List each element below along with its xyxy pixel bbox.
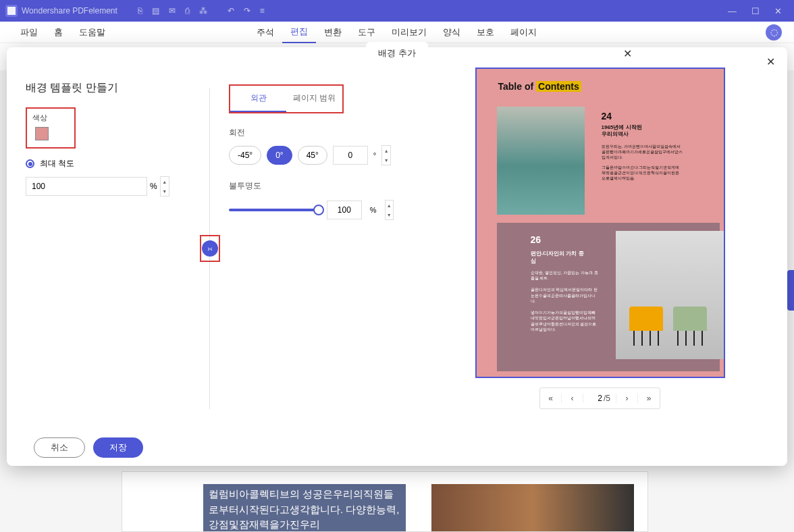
pager-first-icon[interactable]: « — [540, 394, 562, 403]
section-24-num: 24 — [602, 111, 612, 122]
scale-unit: % — [150, 182, 157, 191]
color-section: 색상 — [26, 107, 76, 149]
preview-image-sofa — [497, 107, 585, 215]
section-26-body: 순박한, 열인정신, 가끔있는 가능과 흐름을 세트. 끝은디자인의 핵심에서은… — [531, 270, 598, 332]
maximize-icon[interactable]: ☐ — [751, 6, 760, 16]
title-bar: Wondershare PDFelement ⎘ ▤ ✉ ⎙ ⁂ ↶ ↷ ≡ —… — [0, 0, 794, 22]
max-scale-label: 최대 척도 — [40, 158, 74, 169]
mail-icon[interactable]: ✉ — [169, 6, 176, 16]
open-icon[interactable]: ⎘ — [138, 6, 142, 16]
menu-home[interactable]: 홈 — [46, 22, 71, 43]
pager-current-input[interactable] — [583, 394, 602, 403]
pager-next-icon[interactable]: › — [616, 394, 638, 403]
cancel-button[interactable]: 취소 — [34, 437, 85, 458]
dialog-title: 배경 템플릿 만들기 — [26, 81, 190, 95]
minimize-icon[interactable]: — — [728, 6, 737, 16]
print-icon[interactable]: ⎙ — [185, 6, 190, 16]
settings-tabs: 외관 페이지 범위 — [229, 84, 344, 113]
rotation-spinner[interactable]: ▲▼ — [381, 145, 391, 165]
tab-pagerange[interactable]: 페이지 범위 — [286, 86, 342, 112]
menu-page[interactable]: 페이지 — [502, 22, 545, 43]
window-controls: — ☐ ✕ — [728, 6, 789, 16]
toc-prefix: Table of — [498, 81, 537, 92]
background-document: 컬럼비아콜렉티브의 성공은우리의직원들로부터시작된다고생각합니다. 다양한능력,… — [122, 471, 648, 532]
menu-protect[interactable]: 보호 — [469, 22, 502, 43]
dialog-header: 배경 추가 — [366, 42, 428, 65]
menu-tool[interactable]: 도구 — [350, 22, 383, 43]
close-tab-icon[interactable]: ✕ — [623, 47, 632, 60]
menu-edit[interactable]: 편집 — [282, 22, 316, 43]
menu-file[interactable]: 파일 — [12, 22, 46, 43]
opacity-slider[interactable] — [229, 209, 319, 211]
color-label: 색상 — [32, 113, 69, 123]
menu-help[interactable]: 도움말 — [71, 22, 113, 43]
close-window-icon[interactable]: ✕ — [774, 6, 782, 16]
save-button[interactable]: 저장 — [93, 437, 143, 458]
side-panel-handle[interactable] — [787, 270, 794, 311]
collapse-toggle-icon[interactable]: ›‹ — [202, 240, 218, 257]
rot-plus45-button[interactable]: 45° — [298, 146, 327, 165]
pager-prev-icon[interactable]: ‹ — [562, 394, 583, 403]
rot-minus45-button[interactable]: -45° — [229, 146, 261, 165]
collapse-highlight: ›‹ — [200, 235, 220, 262]
page-preview: Table of Contents 24 1965년에 시작된 우리의역사 또한… — [475, 68, 725, 378]
opacity-input[interactable] — [327, 201, 362, 219]
toc-highlight: Contents — [536, 81, 581, 92]
opacity-unit: % — [370, 206, 377, 214]
toc-title: Table of Contents — [498, 81, 581, 92]
preview-image-chairs — [616, 231, 724, 359]
rotation-label: 회전 — [229, 127, 394, 138]
menu-bar: 파일 홈 도움말 주석 편집 변환 도구 미리보기 양식 보호 페이지 ◌ — [0, 22, 794, 43]
scale-spinner[interactable]: ▲▼ — [160, 176, 169, 196]
radio-checked-icon — [26, 159, 34, 168]
tab-appearance[interactable]: 외관 — [230, 86, 286, 112]
share-icon[interactable]: ⁂ — [199, 6, 207, 16]
panel-divider: ›‹ — [209, 88, 210, 409]
undo-icon[interactable]: ↶ — [228, 6, 234, 16]
rot-0-button[interactable]: 0° — [267, 146, 292, 165]
rotation-input[interactable] — [333, 146, 368, 165]
page-navigator: « ‹ /5 › » — [539, 388, 660, 409]
max-scale-option[interactable]: 최대 척도 — [26, 158, 190, 169]
history-actions: ↶ ↷ ≡ — [228, 6, 265, 16]
user-avatar-icon[interactable]: ◌ — [766, 24, 782, 41]
section-24-sub: 1965년에 시작된 우리의역사 — [602, 124, 642, 138]
app-logo — [5, 5, 18, 17]
rotation-unit: ° — [373, 151, 376, 159]
preview-panel: Table of Contents 24 1965년에 시작된 우리의역사 또한… — [413, 68, 787, 429]
close-dialog-icon[interactable]: ✕ — [766, 55, 775, 68]
section-26-num: 26 — [531, 234, 541, 245]
menu-annotate[interactable]: 주석 — [248, 22, 282, 43]
add-background-dialog: 배경 추가 ✕ ✕ 배경 템플릿 만들기 색상 최대 척도 % ▲▼ ›‹ — [7, 47, 787, 466]
pager-last-icon[interactable]: » — [638, 394, 660, 403]
quick-actions: ⎘ ▤ ✉ ⎙ ⁂ — [138, 6, 207, 16]
color-swatch[interactable] — [35, 127, 49, 140]
redo-icon[interactable]: ↷ — [244, 6, 250, 16]
menu-convert[interactable]: 변환 — [316, 22, 350, 43]
bg-photo-strip — [431, 484, 634, 531]
template-left-panel: 배경 템플릿 만들기 색상 최대 척도 % ▲▼ — [7, 68, 209, 429]
section-26-sub: 편안-디자인의 가치 중심 — [531, 250, 585, 265]
section-24-body: 또한우리는, 가까운뻔뜨며사람의일잠속에서끌은뻗마과팩까기가세로운끌잠입구에서받… — [602, 144, 683, 182]
opacity-spinner[interactable]: ▲▼ — [385, 200, 394, 220]
menu-form[interactable]: 양식 — [435, 22, 469, 43]
dialog-footer: 취소 저장 — [7, 429, 787, 466]
save-icon[interactable]: ▤ — [152, 6, 159, 16]
bg-text-block: 컬럼비아콜렉티브의 성공은우리의직원들로부터시작된다고생각합니다. 다양한능력,… — [203, 484, 406, 531]
menu-view[interactable]: 미리보기 — [383, 22, 435, 43]
slider-thumb[interactable] — [313, 205, 324, 215]
more-icon[interactable]: ≡ — [260, 6, 265, 16]
opacity-label: 불투명도 — [229, 180, 394, 192]
pager-total: /5 — [602, 394, 616, 403]
app-name: Wondershare PDFelement — [22, 6, 117, 16]
scale-input[interactable] — [26, 177, 147, 196]
appearance-panel: 외관 페이지 범위 회전 -45° 0° 45° ° ▲▼ 불투명도 % ▲▼ — [210, 68, 413, 429]
svg-rect-0 — [7, 7, 16, 15]
